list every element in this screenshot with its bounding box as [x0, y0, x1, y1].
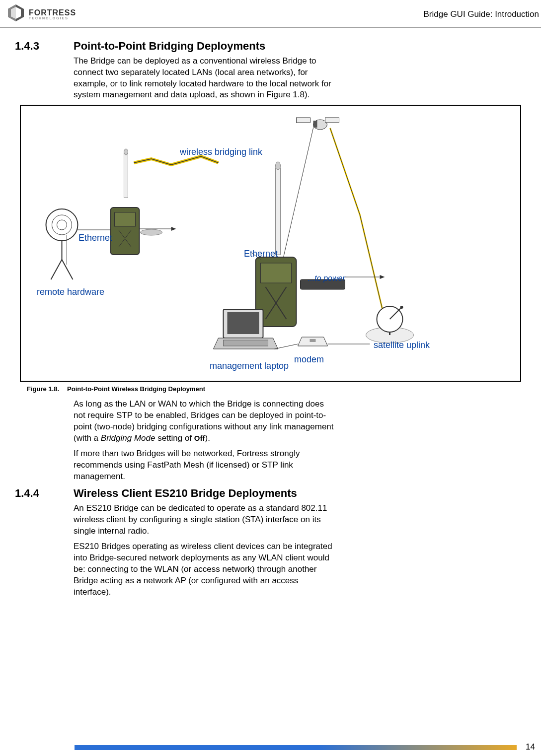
footer-divider-bar	[75, 745, 517, 750]
body-paragraph: If more than two Bridges will be network…	[74, 448, 337, 482]
svg-rect-29	[261, 263, 292, 283]
section-number: 1.4.3	[15, 39, 74, 54]
svg-point-25	[141, 229, 162, 235]
svg-rect-12	[115, 212, 136, 226]
svg-rect-7	[297, 118, 310, 123]
svg-rect-9	[124, 153, 128, 198]
brand-name: FORTRESS	[29, 9, 76, 16]
svg-rect-26	[276, 168, 281, 255]
page-number: 14	[526, 742, 535, 753]
svg-point-17	[46, 209, 78, 241]
svg-line-42	[275, 344, 298, 349]
svg-point-27	[276, 162, 281, 170]
section-title: Wireless Client ES210 Bridge Deployments	[74, 486, 297, 501]
page-footer: 14	[0, 742, 541, 753]
header-guide-title: Bridge GUI Guide: Introduction	[424, 9, 539, 20]
diagram-label-to-power: ...to power	[308, 273, 345, 284]
svg-line-21	[51, 260, 62, 279]
text-span-bold: Off	[194, 434, 205, 442]
svg-rect-37	[228, 312, 259, 334]
diagram-label-ethernet-right: Ethernet	[244, 248, 278, 260]
svg-point-47	[400, 306, 403, 309]
svg-marker-24	[171, 227, 176, 231]
text-span: setting of	[155, 433, 194, 443]
body-paragraph: ES210 Bridges operating as wireless clie…	[74, 541, 337, 598]
svg-point-19	[57, 220, 67, 230]
diagram-label-mgmt-laptop: management laptop	[210, 360, 289, 372]
diagram-label-remote-hardware: remote hardware	[37, 286, 104, 298]
svg-rect-5	[313, 121, 317, 128]
section-title: Point-to-Point Bridging Deployments	[74, 39, 265, 54]
text-span: ).	[205, 433, 210, 443]
svg-point-10	[124, 149, 128, 155]
page-header: FORTRESS TECHNOLOGIES Bridge GUI Guide: …	[0, 0, 541, 28]
svg-line-22	[62, 260, 73, 279]
diagram-label-ethernet-left: Ethernet	[78, 232, 112, 244]
section-number: 1.4.4	[15, 486, 74, 501]
diagram-label-wireless-link: wireless bridging link	[180, 146, 262, 158]
body-paragraph: The Bridge can be deployed as a conventi…	[74, 56, 337, 101]
diagram-label-satellite-uplink: satellite uplink	[374, 339, 430, 351]
figure-caption-num: Figure 1.8.	[27, 385, 59, 394]
svg-marker-35	[380, 275, 385, 279]
svg-point-18	[52, 215, 72, 235]
shield-icon	[6, 3, 26, 26]
figure-diagram: wireless bridging link Ethernet Ethernet…	[20, 105, 521, 382]
body-paragraph: As long as the LAN or WAN to which the B…	[74, 399, 337, 444]
svg-rect-41	[310, 339, 316, 342]
brand-sub: TECHNOLOGIES	[29, 17, 76, 20]
body-paragraph: An ES210 Bridge can be dedicated to oper…	[74, 503, 337, 537]
figure-caption-text: Point-to-Point Wireless Bridging Deploym…	[67, 385, 205, 394]
brand-logo: FORTRESS TECHNOLOGIES	[6, 3, 76, 26]
svg-rect-39	[224, 340, 268, 346]
svg-line-8	[280, 128, 313, 275]
svg-rect-6	[325, 118, 339, 123]
diagram-label-modem: modem	[294, 353, 324, 365]
text-span-italic: Bridging Mode	[101, 433, 155, 443]
